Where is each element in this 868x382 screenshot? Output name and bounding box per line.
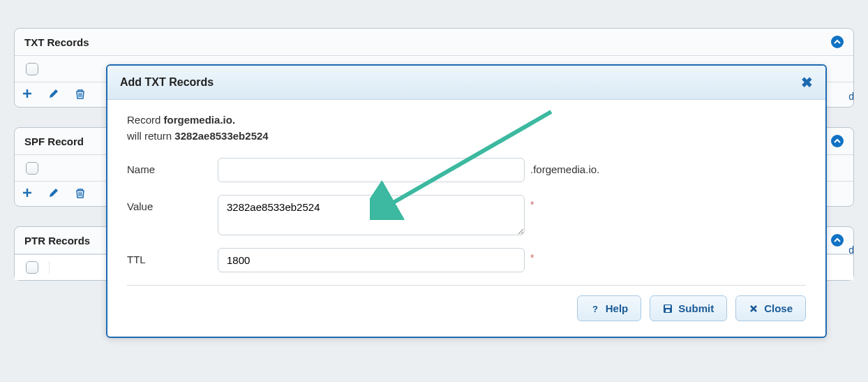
txt-panel-header: TXT Records	[15, 29, 853, 56]
submit-button[interactable]: Submit	[650, 295, 727, 321]
value-input[interactable]	[218, 195, 525, 235]
value-row: Value *	[127, 195, 806, 235]
ttl-row: TTL *	[127, 248, 806, 272]
add-txt-dialog: Add TXT Records ✖ Record forgemedia.io. …	[106, 64, 827, 338]
name-input[interactable]	[218, 158, 525, 182]
record-preview: Record forgemedia.io. will return 3282ae…	[127, 112, 806, 144]
question-icon: ?	[590, 304, 600, 314]
spf-right-text: d	[848, 244, 854, 256]
close-button-label: Close	[764, 302, 793, 314]
help-button-label: Help	[606, 302, 629, 314]
required-mark: *	[530, 195, 534, 210]
dialog-header: Add TXT Records ✖	[107, 66, 825, 100]
help-button[interactable]: ? Help	[577, 295, 642, 321]
edit-icon[interactable]	[48, 88, 59, 101]
add-icon[interactable]	[22, 88, 33, 101]
preview-prefix-1: Record	[127, 114, 164, 126]
name-row: Name .forgemedia.io.	[127, 158, 806, 182]
select-all-checkbox[interactable]	[26, 261, 38, 274]
txt-panel-title: TXT Records	[24, 36, 89, 48]
dialog-title: Add TXT Records	[120, 76, 214, 89]
select-all-checkbox[interactable]	[26, 162, 38, 175]
delete-icon[interactable]	[75, 187, 86, 200]
preview-prefix-2: will return	[127, 130, 174, 142]
ptr-panel-title: PTR Records	[24, 235, 90, 247]
x-icon	[749, 304, 758, 314]
svg-rect-3	[666, 309, 670, 312]
spf-panel-title: SPF Record	[24, 135, 84, 147]
dialog-footer: ? Help Submit Close	[127, 285, 806, 328]
name-label: Name	[127, 158, 218, 175]
collapse-icon[interactable]	[831, 135, 844, 147]
svg-rect-2	[665, 305, 671, 308]
submit-button-label: Submit	[678, 302, 714, 314]
delete-icon[interactable]	[75, 88, 86, 101]
select-all-checkbox[interactable]	[26, 63, 38, 75]
dialog-body: Record forgemedia.io. will return 3282ae…	[107, 100, 825, 337]
svg-text:?: ?	[592, 304, 598, 314]
preview-value: 3282ae8533eb2524	[174, 130, 268, 142]
preview-hostname: forgemedia.io.	[164, 114, 236, 126]
add-icon[interactable]	[22, 187, 33, 200]
collapse-icon[interactable]	[831, 36, 844, 48]
close-icon[interactable]: ✖	[801, 74, 813, 91]
save-icon	[663, 304, 673, 314]
ttl-label: TTL	[127, 248, 218, 265]
required-mark: *	[530, 248, 534, 263]
name-suffix: .forgemedia.io.	[530, 158, 599, 175]
collapse-icon[interactable]	[831, 234, 844, 247]
ttl-input[interactable]	[218, 248, 525, 272]
txt-right-text: d	[848, 91, 854, 102]
edit-icon[interactable]	[48, 187, 59, 200]
value-label: Value	[127, 195, 218, 212]
close-button[interactable]: Close	[735, 295, 806, 321]
